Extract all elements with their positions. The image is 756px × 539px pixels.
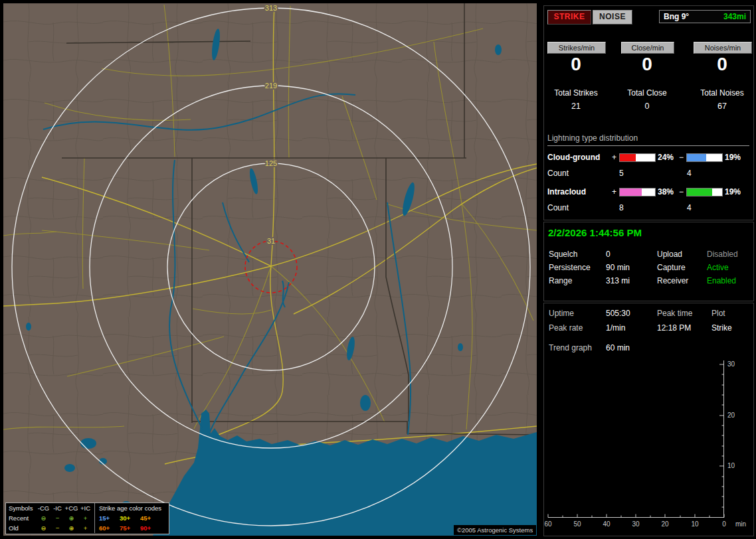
cloud-ground-row: Cloud-ground + 24% − 19% (544, 153, 753, 162)
bearing-readout: Bng 9° 343mi (659, 10, 751, 23)
total-strikes-label: Total Strikes (547, 88, 605, 98)
ring-label-125: 125 (265, 159, 277, 167)
total-noises-label: Total Noises (694, 88, 751, 98)
bearing-label: Bng 9° (664, 12, 689, 21)
strike-button[interactable]: STRIKE (547, 10, 591, 25)
total-strikes-value: 21 (547, 102, 605, 111)
squelch-value: 0 (606, 250, 611, 259)
settings-row: Range 313 mi Receiver Enabled (544, 276, 753, 288)
neg-cg-recent-icon: ⊖ (37, 513, 50, 523)
legend-old-row: Old ⊖ − ⊕ + 60+ 75+ 90+ (6, 523, 169, 533)
status-row: Trend graph 60 min (544, 343, 753, 355)
y-tick-label: 10 (727, 462, 735, 469)
trend-graph: 30 20 10 60 50 40 30 20 10 0 min (544, 358, 753, 534)
y-major-ticks (719, 364, 724, 466)
strikes-per-min-value: 0 (547, 54, 605, 75)
neg-cg-old-icon: ⊖ (37, 523, 50, 533)
distribution-title: Lightning type distribution (547, 133, 749, 146)
upload-label: Upload (657, 250, 682, 259)
ring-label-31: 31 (267, 237, 275, 245)
noises-per-min-value: 0 (694, 54, 751, 75)
peak-time-value: 12:18 PM (657, 323, 691, 333)
ring-label-219: 219 (265, 82, 277, 90)
age-code-45: 45+ (140, 513, 161, 523)
x-axis-unit: min (735, 520, 746, 528)
trend-graph-label: Trend graph (549, 343, 592, 352)
ic-minus-pct: 19% (725, 187, 741, 196)
total-noises-value: 67 (694, 102, 751, 111)
settings-row: Persistence 90 min Capture Active (544, 263, 753, 275)
cg-plus-pct: 24% (658, 153, 674, 162)
x-tick-label: 30 (632, 520, 640, 528)
peak-rate-value: 1/min (606, 323, 625, 333)
count-label: Count (547, 169, 569, 178)
age-code-75: 75+ (120, 523, 140, 533)
range-label: Range (549, 276, 572, 285)
legend-recent-label: Recent (9, 513, 37, 523)
cg-minus-pct: 19% (725, 153, 741, 162)
noises-per-min-label[interactable]: Noises/min (694, 42, 752, 54)
legend-age-header: Strike age color codes (99, 503, 161, 513)
pos-ic-old-icon: + (78, 523, 92, 533)
cg-minus-bar (686, 153, 723, 162)
strikes-per-min-label[interactable]: Strikes/min (547, 42, 606, 54)
bearing-range: 343mi (723, 12, 746, 21)
legend-recent-row: Recent ⊖ − ⊕ + 15+ 30+ 45+ (6, 513, 169, 523)
close-per-min-value: 0 (621, 54, 673, 75)
intracloud-label: Intracloud (547, 187, 586, 196)
status-row: Peak rate 1/min 12:18 PM Strike (544, 323, 753, 335)
copyright-text: ©2005 Astrogenic Systems (454, 525, 536, 535)
plot-label: Plot (711, 309, 725, 318)
total-close-label: Total Close (621, 88, 673, 98)
range-value: 313 mi (606, 276, 630, 285)
receiver-status: Enabled (707, 276, 736, 285)
intracloud-row: Intracloud + 38% − 19% (544, 187, 753, 196)
uptime-value: 505:30 (606, 309, 630, 318)
noise-button[interactable]: NOISE (593, 10, 632, 25)
x-tick-label: 20 (661, 520, 669, 528)
ic-minus-count: 4 (687, 203, 692, 212)
pos-ic-recent-icon: + (78, 513, 92, 523)
lightning-map[interactable]: 313 219 125 31 Symbols -CG -IC +CG +IC S… (3, 3, 537, 536)
peak-rate-label: Peak rate (549, 323, 583, 333)
legend-col-neg-ic: -IC (50, 503, 64, 513)
settings-box: 2/2/2026 1:44:56 PM Squelch 0 Upload Dis… (543, 222, 754, 301)
cloud-ground-label: Cloud-ground (547, 153, 600, 162)
ic-plus-count: 8 (619, 203, 624, 212)
capture-label: Capture (657, 263, 686, 272)
app-window: 313 219 125 31 Symbols -CG -IC +CG +IC S… (0, 0, 756, 539)
legend-col-pos-cg: +CG (64, 503, 78, 513)
persistence-label: Persistence (549, 263, 591, 272)
age-code-15: 15+ (99, 513, 120, 523)
map-canvas: 313 219 125 31 (3, 3, 537, 536)
intracloud-count-row: Count 8 4 (544, 203, 753, 212)
cloud-ground-count-row: Count 5 4 (544, 169, 753, 178)
x-tick-label: 60 (544, 520, 552, 528)
squelch-label: Squelch (549, 250, 577, 259)
legend-col-pos-ic: +IC (78, 503, 92, 513)
ic-plus-pct: 38% (658, 187, 674, 196)
cg-plus-bar (619, 153, 656, 162)
receiver-label: Receiver (657, 276, 688, 285)
y-tick-label: 20 (727, 412, 735, 419)
cg-minus-bar-fill (687, 154, 706, 161)
capture-status: Active (707, 263, 729, 272)
age-code-90: 90+ (140, 523, 161, 533)
x-tick-label: 0 (722, 520, 726, 528)
persistence-value: 90 min (606, 263, 630, 272)
map-legend: Symbols -CG -IC +CG +IC Strike age color… (5, 502, 169, 534)
settings-row: Squelch 0 Upload Disabled (544, 250, 753, 262)
peak-time-label: Peak time (657, 309, 692, 318)
close-per-min-label[interactable]: Close/min (621, 42, 674, 54)
uptime-label: Uptime (549, 309, 574, 318)
legend-symbols-header: Symbols (9, 503, 37, 513)
ic-plus-bar-fill (620, 189, 642, 196)
age-code-30: 30+ (120, 513, 140, 523)
legend-header-row: Symbols -CG -IC +CG +IC Strike age color… (6, 503, 169, 513)
minus-sign: − (679, 153, 684, 162)
x-tick-label: 50 (573, 520, 581, 528)
plus-sign: + (612, 187, 616, 196)
x-major-ticks (548, 514, 724, 518)
trend-box: Uptime 505:30 Peak time Plot Peak rate 1… (543, 303, 754, 536)
minus-sign: − (679, 187, 684, 196)
